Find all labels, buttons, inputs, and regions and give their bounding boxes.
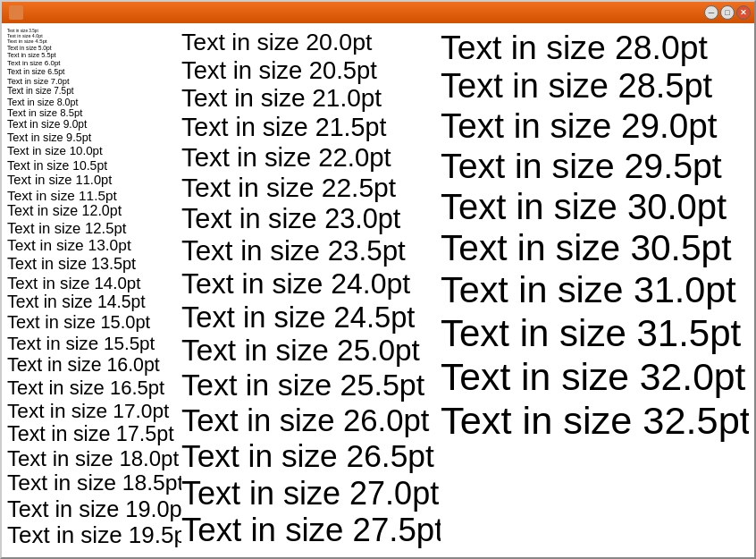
text-size-item: Text in size 24.0pt — [181, 267, 441, 301]
text-size-item: Text in size 19.5pt — [7, 522, 181, 549]
text-size-item: Text in size 14.5pt — [7, 292, 181, 312]
minimize-button[interactable]: ─ — [704, 5, 718, 20]
text-size-item: Text in size 20.0pt — [181, 29, 441, 56]
text-size-item: Text in size 25.0pt — [181, 334, 441, 368]
text-size-item: Text in size 9.5pt — [7, 131, 181, 145]
text-size-item: Text in size 26.5pt — [181, 438, 441, 475]
text-size-item: Text in size 13.5pt — [7, 255, 181, 274]
large-font-column: Text in size 28.0ptText in size 28.5ptTe… — [441, 29, 749, 552]
text-size-item: Text in size 18.5pt — [7, 470, 181, 495]
text-size-item: Text in size 30.0pt — [441, 186, 749, 227]
text-size-item: Text in size 4.5pt — [7, 38, 181, 45]
text-size-item: Text in size 24.5pt — [181, 301, 441, 335]
text-size-item: Text in size 29.0pt — [441, 106, 749, 146]
text-size-item: Text in size 25.5pt — [181, 368, 441, 402]
text-size-item: Text in size 26.0pt — [181, 403, 441, 439]
text-size-item: Text in size 17.5pt — [7, 422, 181, 446]
text-size-item: Text in size 16.5pt — [7, 377, 181, 399]
text-size-item: Text in size 22.5pt — [181, 173, 441, 204]
close-button[interactable]: ✕ — [736, 5, 751, 20]
text-size-item: Text in size 13.0pt — [7, 237, 181, 255]
app-icon — [9, 5, 23, 20]
maximize-button[interactable]: □ — [720, 5, 735, 20]
text-size-item: Text in size 29.5pt — [441, 146, 749, 186]
text-size-item: Text in size 27.5pt — [181, 512, 441, 549]
text-size-item: Text in size 23.0pt — [181, 203, 441, 234]
small-font-column: Text in size 3.5ptText in size 4.0ptText… — [7, 29, 181, 552]
text-size-item: Text in size 12.0pt — [7, 203, 181, 219]
medium-font-column: Text in size 20.0ptText in size 20.5ptTe… — [181, 29, 441, 552]
text-size-item: Text in size 9.0pt — [7, 119, 181, 131]
text-size-item: Text in size 18.0pt — [7, 446, 181, 471]
text-size-item: Text in size 7.0pt — [7, 77, 181, 87]
text-size-item: Text in size 14.0pt — [7, 274, 181, 292]
text-size-item: Text in size 22.0pt — [181, 142, 441, 173]
content-area: Text in size 3.5ptText in size 4.0ptText… — [2, 23, 754, 557]
text-size-item: Text in size 7.5pt — [7, 86, 181, 97]
text-size-item: Text in size 30.5pt — [441, 227, 749, 269]
text-size-item: Text in size 19.0pt — [7, 496, 181, 522]
text-size-item: Text in size 20.5pt — [181, 56, 441, 84]
text-size-item: Text in size 32.0pt — [441, 355, 749, 399]
text-size-item: Text in size 23.5pt — [181, 235, 441, 267]
main-window: ─ □ ✕ Text in size 3.5ptText in size 4.0… — [0, 0, 756, 559]
text-size-item: Text in size 15.0pt — [7, 312, 181, 333]
text-size-item: Text in size 31.0pt — [441, 269, 749, 312]
text-size-item: Text in size 28.5pt — [441, 67, 749, 106]
text-size-item: Text in size 17.0pt — [7, 399, 181, 422]
text-size-item: Text in size 16.0pt — [7, 354, 181, 377]
text-size-item: Text in size 10.5pt — [7, 158, 181, 173]
text-size-item: Text in size 21.0pt — [181, 84, 441, 113]
text-size-item: Text in size 15.5pt — [7, 333, 181, 354]
text-size-item: Text in size 21.5pt — [181, 113, 441, 142]
text-size-item: Text in size 10.0pt — [7, 144, 181, 157]
text-size-item: Text in size 27.0pt — [181, 475, 441, 512]
text-size-item: Text in size 12.5pt — [7, 220, 181, 237]
text-size-item: Text in size 32.5pt — [441, 399, 749, 444]
window-controls: ─ □ ✕ — [704, 5, 751, 20]
text-size-item: Text in size 31.5pt — [441, 312, 749, 355]
text-size-item: Text in size 11.0pt — [7, 173, 181, 188]
text-size-item: Text in size 5.5pt — [7, 52, 181, 59]
titlebar: ─ □ ✕ — [2, 2, 754, 23]
text-size-item: Text in size 6.5pt — [7, 68, 181, 77]
text-size-item: Text in size 8.0pt — [7, 97, 181, 107]
text-size-item: Text in size 28.0pt — [441, 29, 749, 67]
text-size-item: Text in size 11.5pt — [7, 188, 181, 204]
